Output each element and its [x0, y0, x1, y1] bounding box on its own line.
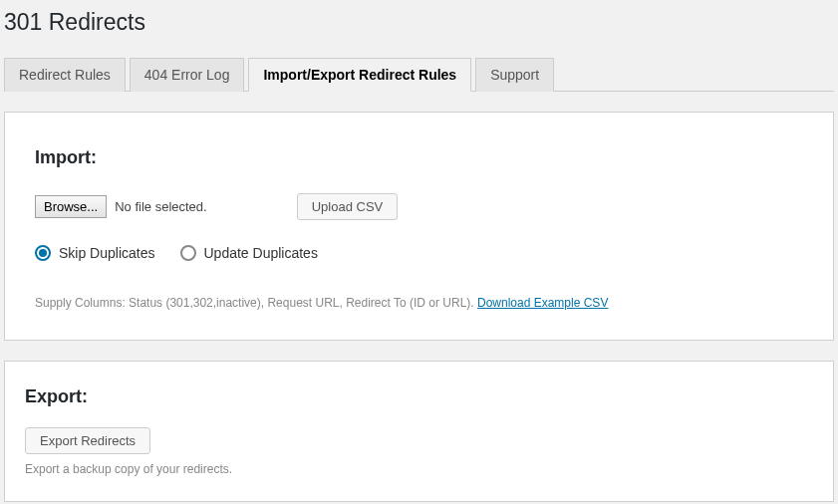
- download-example-csv-link[interactable]: Download Example CSV: [477, 296, 608, 310]
- page-title: 301 Redirects: [4, 0, 834, 40]
- import-panel: Import: Browse... No file selected. Uplo…: [4, 112, 834, 341]
- file-status: No file selected.: [115, 199, 207, 214]
- export-panel: Export: Export Redirects Export a backup…: [4, 361, 834, 502]
- radio-skip-label: Skip Duplicates: [59, 245, 155, 261]
- tab-import-export[interactable]: Import/Export Redirect Rules: [248, 58, 471, 92]
- tab-redirect-rules[interactable]: Redirect Rules: [4, 58, 126, 92]
- import-hint-text: Supply Columns: Status (301,302,inactive…: [35, 296, 477, 310]
- export-heading: Export:: [25, 386, 813, 407]
- radio-icon: [35, 245, 51, 261]
- duplicate-options: Skip Duplicates Update Duplicates: [35, 245, 798, 261]
- export-hint: Export a backup copy of your redirects.: [25, 462, 813, 476]
- export-redirects-button[interactable]: Export Redirects: [25, 427, 150, 454]
- tabs: Redirect Rules 404 Error Log Import/Expo…: [4, 58, 834, 92]
- radio-skip-duplicates[interactable]: Skip Duplicates: [35, 245, 155, 261]
- import-hint: Supply Columns: Status (301,302,inactive…: [35, 296, 798, 310]
- upload-csv-button[interactable]: Upload CSV: [297, 193, 399, 220]
- tab-404-error-log[interactable]: 404 Error Log: [130, 58, 245, 92]
- browse-button[interactable]: Browse...: [35, 195, 107, 218]
- radio-update-duplicates[interactable]: Update Duplicates: [180, 245, 318, 261]
- tab-support[interactable]: Support: [475, 58, 554, 92]
- radio-update-label: Update Duplicates: [204, 245, 318, 261]
- file-row: Browse... No file selected. Upload CSV: [35, 193, 798, 220]
- import-heading: Import:: [35, 147, 798, 168]
- radio-icon: [180, 245, 196, 261]
